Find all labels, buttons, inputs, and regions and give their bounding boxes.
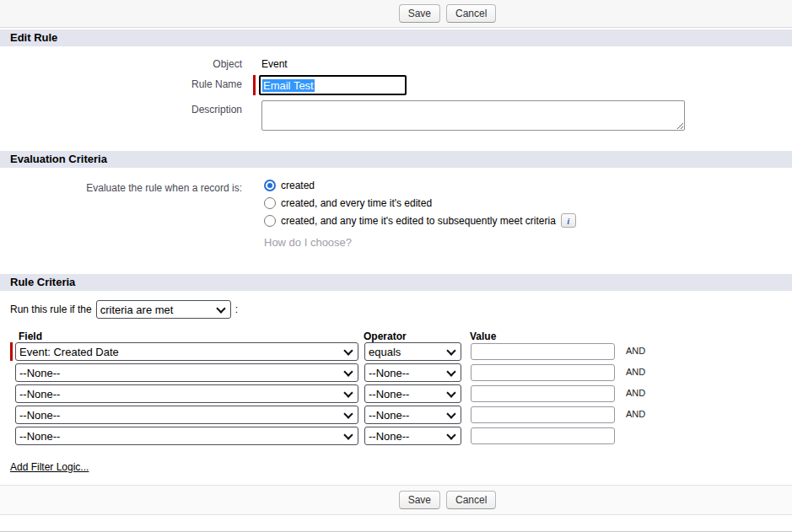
top-button-bar: Save Cancel (0, 0, 792, 28)
conjunction-label: AND (626, 406, 645, 419)
operator-column-header: Operator (364, 330, 470, 342)
evaluate-row: Evaluate the rule when a record is: crea… (0, 179, 792, 250)
criteria-row: --None-- --None-- AND (10, 384, 792, 403)
criteria-row: --None-- --None-- AND (10, 406, 792, 424)
rule-name-input[interactable]: Email Test (259, 75, 407, 95)
conjunction-label: AND (626, 363, 645, 377)
value-input-4[interactable] (471, 406, 615, 423)
save-button-bottom[interactable]: Save (399, 491, 440, 509)
object-row: Object Event (0, 55, 792, 70)
rule-criteria-section-title: Rule Criteria (0, 274, 792, 291)
field-select-4[interactable]: --None-- (15, 406, 358, 424)
radio-option-subsequently: created, and any time it's edited to sub… (264, 214, 576, 227)
info-icon[interactable]: i (561, 213, 576, 228)
field-column-header: Field (19, 330, 364, 342)
operator-select-wrap: equals (364, 342, 461, 361)
run-rule-prefix: Run this rule if the (10, 304, 92, 315)
conjunction-label: AND (626, 342, 645, 356)
field-select-wrap: --None-- (15, 384, 358, 403)
run-rule-select[interactable]: criteria are met (96, 300, 231, 319)
operator-select-1[interactable]: equals (364, 342, 461, 361)
evaluate-prompt-label: Evaluate the rule when a record is: (0, 179, 242, 250)
operator-select-wrap: --None-- (364, 384, 461, 403)
field-select-wrap: --None-- (15, 363, 358, 382)
radio-created[interactable] (264, 180, 276, 191)
description-textarea[interactable] (261, 100, 685, 131)
field-select-wrap: --None-- (15, 427, 358, 445)
radio-created-and-edited-label[interactable]: created, and every time it's edited (281, 197, 432, 209)
cancel-button[interactable]: Cancel (446, 4, 496, 23)
description-label: Description (0, 100, 242, 131)
edit-rule-section-title: Edit Rule (0, 30, 792, 46)
field-select-1[interactable]: Event: Created Date (15, 342, 358, 361)
field-select-wrap: Event: Created Date (15, 342, 358, 361)
evaluation-criteria-section-title: Evaluation Criteria (0, 151, 792, 168)
radio-subsequently-meet-label[interactable]: created, and any time it's edited to sub… (281, 215, 556, 227)
evaluation-criteria-form: Evaluate the rule when a record is: crea… (0, 168, 792, 272)
value-input-2[interactable] (471, 364, 615, 381)
radio-option-created-edited: created, and every time it's edited (264, 196, 576, 209)
run-rule-select-wrap: criteria are met (96, 300, 231, 319)
conjunction-label: AND (626, 384, 645, 398)
rule-name-selected-text: Email Test (262, 79, 315, 92)
value-input-1[interactable] (471, 343, 615, 360)
required-indicator (10, 342, 13, 361)
radio-created-and-edited[interactable] (264, 197, 276, 209)
save-button[interactable]: Save (399, 4, 440, 23)
criteria-row: Event: Created Date equals AND (10, 342, 792, 361)
how-do-i-choose-link[interactable]: How do I choose? (264, 236, 352, 249)
radio-subsequently-meet[interactable] (264, 215, 276, 227)
radio-option-created: created (264, 179, 576, 191)
operator-select-5[interactable]: --None-- (364, 427, 461, 445)
cancel-button-bottom[interactable]: Cancel (446, 491, 496, 509)
run-rule-suffix: : (235, 304, 238, 315)
field-select-3[interactable]: --None-- (15, 384, 358, 403)
operator-select-wrap: --None-- (364, 363, 461, 382)
criteria-column-headers: Field Operator Value (10, 330, 792, 342)
bottom-button-bar: Save Cancel (0, 485, 792, 515)
radio-created-label[interactable]: created (281, 180, 315, 191)
rule-name-label: Rule Name (0, 75, 242, 95)
value-input-5[interactable] (471, 427, 615, 444)
operator-select-wrap: --None-- (364, 427, 461, 445)
add-filter-logic-link[interactable]: Add Filter Logic... (10, 461, 89, 473)
value-input-3[interactable] (471, 385, 615, 402)
operator-select-wrap: --None-- (364, 406, 461, 424)
object-label: Object (0, 55, 242, 70)
description-row: Description (0, 100, 792, 131)
operator-select-4[interactable]: --None-- (364, 406, 461, 424)
field-select-5[interactable]: --None-- (15, 427, 358, 445)
rule-name-row: Rule Name Email Test (0, 75, 792, 95)
value-column-header: Value (470, 330, 496, 342)
field-select-2[interactable]: --None-- (15, 363, 358, 382)
required-indicator (253, 75, 256, 95)
run-rule-row: Run this rule if the criteria are met : (10, 300, 792, 319)
criteria-row: --None-- --None-- AND (10, 363, 792, 382)
rule-criteria-form: Run this rule if the criteria are met : … (0, 291, 792, 474)
operator-select-2[interactable]: --None-- (364, 363, 461, 382)
object-value: Event (261, 55, 288, 70)
field-select-wrap: --None-- (15, 406, 358, 424)
criteria-row: --None-- --None-- (10, 427, 792, 445)
edit-rule-form: Object Event Rule Name Email Test Descri… (0, 46, 792, 149)
operator-select-3[interactable]: --None-- (364, 384, 461, 403)
